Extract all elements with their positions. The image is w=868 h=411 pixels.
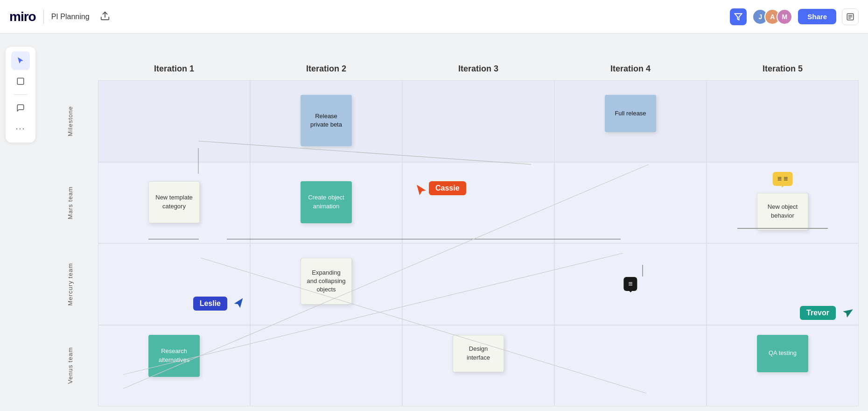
trevor-cursor: Trevor: [800, 306, 854, 320]
cell-3-4: QA testing: [707, 325, 859, 407]
row-label-mercury: Mercury team: [42, 243, 98, 325]
cell-2-3: ≡: [554, 243, 707, 325]
cell-2-2: [402, 243, 554, 325]
cell-2-1: Expanding and collapsing objects: [250, 243, 402, 325]
connector-line: [737, 228, 828, 229]
sticky-design-interface[interactable]: Design interface: [453, 335, 504, 372]
sticky-release-beta[interactable]: Release private beta: [301, 95, 352, 146]
sticky-create-animation[interactable]: Create object animation: [301, 181, 352, 223]
sidebar-item-cursor[interactable]: [11, 51, 30, 70]
cell-3-1: [250, 325, 402, 407]
column-headers: Iteration 1 Iteration 2 Iteration 3 Iter…: [98, 57, 859, 80]
avatar-3: M: [777, 9, 792, 25]
notes-button[interactable]: [842, 8, 859, 25]
sticky-qa-testing[interactable]: QA testing: [757, 335, 808, 372]
sidebar-divider: [14, 94, 28, 95]
svg-marker-1: [735, 14, 742, 20]
svg-rect-6: [17, 78, 24, 85]
grid-body: Release private beta Full release New te…: [98, 80, 859, 406]
cell-1-0: New template category: [98, 162, 250, 244]
cell-1-1: Create object animation: [250, 162, 402, 244]
board-title: PI Planning: [51, 13, 90, 21]
header-right: J A M Share: [730, 8, 859, 25]
col-header-2: Iteration 2: [250, 64, 402, 74]
sticky-research[interactable]: Research alternatives: [148, 335, 200, 377]
trevor-label: Trevor: [800, 306, 836, 320]
sticky-new-object-behavior[interactable]: New object behavior: [757, 193, 808, 230]
comment-bubble-yellow[interactable]: ≡ ≡: [773, 172, 793, 186]
col-header-4: Iteration 4: [554, 64, 707, 74]
col-header-5: Iteration 5: [707, 64, 859, 74]
col-header-1: Iteration 1: [98, 64, 250, 74]
cell-3-2: Design interface: [402, 325, 554, 407]
sticky-new-template[interactable]: New template category: [148, 181, 200, 223]
cell-0-4: [707, 80, 859, 162]
row-labels: Milestone Mars team Mercury team Venus t…: [42, 80, 98, 406]
avatars: J A M: [752, 9, 792, 25]
leslie-cursor: Leslie: [193, 297, 245, 311]
sidebar-item-more[interactable]: ···: [11, 119, 30, 138]
row-label-venus: Venus team: [42, 325, 98, 407]
sidebar: ···: [6, 47, 35, 142]
sticky-expanding[interactable]: Expanding and collapsing objects: [301, 258, 352, 305]
col-header-3: Iteration 3: [402, 64, 554, 74]
cell-0-3: Full release: [554, 80, 707, 162]
cassie-label: Cassie: [429, 181, 466, 195]
cell-1-2: Cassie: [402, 162, 554, 244]
miro-logo: miro: [9, 9, 36, 24]
header: miro PI Planning J A M Share: [0, 0, 868, 34]
header-divider: [43, 10, 44, 24]
row-label-milestone: Milestone: [42, 80, 98, 162]
share-button[interactable]: Share: [798, 9, 836, 24]
cell-0-0: [98, 80, 250, 162]
planning-grid: Iteration 1 Iteration 2 Iteration 3 Iter…: [42, 57, 859, 406]
cell-1-4: ≡ ≡ New object behavior: [707, 162, 859, 244]
sticky-full-release[interactable]: Full release: [605, 95, 656, 132]
cell-1-3: [554, 162, 707, 244]
cell-3-3: [554, 325, 707, 407]
cell-2-4: Trevor: [707, 243, 859, 325]
leslie-label: Leslie: [193, 297, 227, 311]
cell-2-0: Leslie: [98, 243, 250, 325]
row-label-mars: Mars team: [42, 162, 98, 244]
cell-0-1: Release private beta: [250, 80, 402, 162]
comment-bubble-dark[interactable]: ≡: [623, 277, 637, 291]
sidebar-item-sticky[interactable]: [11, 72, 30, 91]
cassie-cursor: Cassie: [417, 177, 466, 195]
filter-button[interactable]: [730, 8, 747, 25]
cell-3-0: Research alternatives: [98, 325, 250, 407]
sidebar-item-comment[interactable]: [11, 99, 30, 117]
header-left: miro PI Planning: [9, 8, 113, 25]
canvas: Iteration 1 Iteration 2 Iteration 3 Iter…: [0, 34, 868, 411]
upload-button[interactable]: [97, 8, 113, 25]
cell-0-2: [402, 80, 554, 162]
